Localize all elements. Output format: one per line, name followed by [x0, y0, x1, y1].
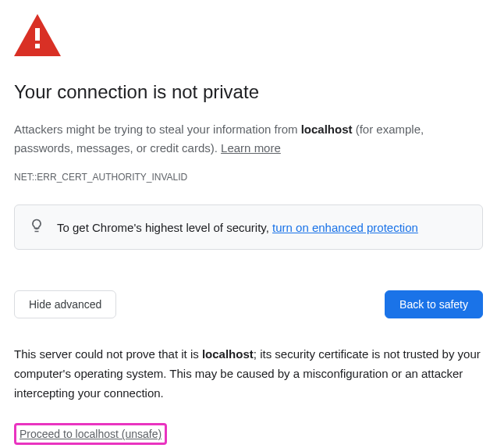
proceed-highlight: Proceed to localhost (unsafe) — [14, 423, 167, 445]
lightbulb-icon — [29, 218, 44, 236]
page-title: Your connection is not private — [14, 81, 483, 103]
enhanced-protection-link[interactable]: turn on enhanced protection — [272, 221, 418, 234]
hostname: localhost — [301, 123, 353, 136]
warning-description: Attackers might be trying to steal your … — [14, 120, 483, 158]
advanced-hostname: localhost — [202, 347, 254, 361]
tip-text: To get Chrome's highest level of securit… — [57, 221, 418, 234]
security-tip-box: To get Chrome's highest level of securit… — [14, 204, 483, 250]
svg-rect-1 — [35, 28, 40, 41]
hide-advanced-button[interactable]: Hide advanced — [14, 290, 116, 318]
tip-prefix: To get Chrome's highest level of securit… — [57, 221, 272, 234]
advanced-description: This server could not prove that it is l… — [14, 345, 483, 403]
description-prefix: Attackers might be trying to steal your … — [14, 123, 301, 136]
proceed-link[interactable]: Proceed to localhost (unsafe) — [20, 428, 162, 440]
learn-more-link[interactable]: Learn more — [221, 141, 281, 155]
button-row: Hide advanced Back to safety — [14, 290, 483, 318]
svg-rect-2 — [35, 44, 40, 48]
advanced-prefix: This server could not prove that it is — [14, 347, 202, 361]
warning-icon — [14, 14, 483, 59]
back-to-safety-button[interactable]: Back to safety — [385, 290, 483, 318]
error-code: NET::ERR_CERT_AUTHORITY_INVALID — [14, 172, 483, 183]
